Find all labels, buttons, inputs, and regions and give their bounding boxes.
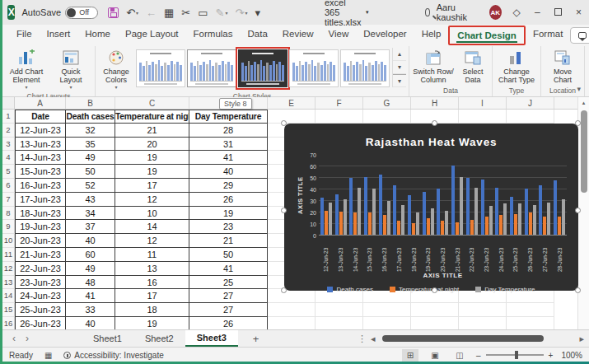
move-chart-button[interactable]: Move Chart — [544, 48, 582, 85]
cell[interactable]: 23-Jun-23 — [15, 276, 66, 290]
cell[interactable] — [268, 303, 316, 317]
close-button[interactable]: × — [573, 7, 584, 18]
cell[interactable]: 19 — [115, 151, 189, 165]
cell[interactable] — [316, 303, 363, 317]
cell[interactable]: 10 — [115, 207, 189, 221]
cell[interactable] — [507, 110, 554, 124]
cell[interactable]: 17-Jun-23 — [15, 193, 66, 207]
column-header-I[interactable]: I — [459, 97, 507, 109]
row-header-16[interactable]: 16 — [2, 317, 15, 329]
cell[interactable]: 13-Jun-23 — [15, 138, 66, 152]
selection-handle[interactable] — [281, 208, 287, 213]
sheet-tab-sheet2[interactable]: Sheet2 — [133, 330, 185, 347]
row-header-7[interactable]: 7 — [2, 193, 15, 207]
selection-handle[interactable] — [575, 287, 581, 293]
column-header-J[interactable]: J — [507, 97, 554, 109]
row-header-12[interactable]: 12 — [2, 262, 15, 276]
tab-view[interactable]: View — [321, 26, 357, 45]
copy-button[interactable]: ▦ — [164, 7, 174, 19]
cell[interactable]: 25-Jun-23 — [15, 303, 66, 317]
cell[interactable] — [316, 110, 363, 124]
change-colors-button[interactable]: Change Colors▾ — [98, 48, 134, 91]
cell[interactable]: Temperature at night — [115, 110, 189, 124]
style-thumbnail-3[interactable] — [238, 49, 287, 87]
autosave-toggle[interactable]: AutoSave Off — [21, 7, 98, 19]
row-header-4[interactable]: 4 — [2, 151, 15, 165]
cell[interactable]: 32 — [66, 124, 115, 138]
row-header-14[interactable]: 14 — [2, 289, 15, 303]
cell[interactable] — [459, 303, 507, 317]
cell[interactable]: 41 — [189, 151, 268, 165]
cell[interactable]: 60 — [66, 248, 115, 262]
tab-format[interactable]: Format — [526, 26, 570, 45]
cell[interactable]: 27 — [189, 289, 268, 303]
zoom-out-button[interactable]: – — [476, 351, 481, 360]
cell[interactable]: 12 — [115, 234, 189, 248]
cell[interactable]: 52 — [66, 179, 115, 193]
save-button[interactable] — [108, 7, 119, 18]
cell[interactable]: 23 — [189, 220, 268, 234]
cell[interactable]: 17 — [115, 179, 189, 193]
document-title[interactable]: excel 365 titles.xlsx ▾ — [325, 0, 369, 27]
selection-handle[interactable] — [575, 208, 581, 213]
column-header-G[interactable]: G — [363, 97, 411, 109]
vertical-scroll-thumb[interactable] — [581, 110, 587, 193]
macro-record-icon[interactable]: ▦ — [44, 351, 52, 360]
avatar[interactable]: AK — [489, 5, 502, 20]
cell[interactable]: 21-Jun-23 — [15, 248, 66, 262]
gallery-expand-button[interactable]: ▾ — [393, 74, 406, 87]
maximize-button[interactable] — [553, 7, 563, 18]
cell[interactable]: Day Temperature — [189, 110, 268, 124]
tab-page-layout[interactable]: Page Layout — [118, 26, 186, 45]
row-header-9[interactable]: 9 — [2, 220, 15, 234]
cell[interactable]: 16 — [115, 276, 189, 290]
cell[interactable]: 27 — [189, 303, 268, 317]
more-options-icon[interactable]: ⋮ — [358, 334, 367, 344]
cell[interactable]: 41 — [66, 289, 115, 303]
cell[interactable]: 40 — [66, 234, 115, 248]
cell[interactable]: 12 — [115, 193, 189, 207]
cell[interactable]: Death cases — [66, 110, 115, 124]
tab-review[interactable]: Review — [275, 26, 321, 45]
gallery-down-button[interactable]: ▾ — [393, 61, 406, 74]
tab-file[interactable]: File — [9, 26, 40, 45]
search-icon[interactable] — [425, 8, 430, 16]
zoom-slider[interactable]: – + — [476, 351, 553, 360]
select-all-corner[interactable] — [2, 97, 15, 109]
tab-data[interactable]: Data — [241, 26, 275, 45]
cell[interactable]: 16-Jun-23 — [15, 179, 66, 193]
cell[interactable]: 50 — [66, 165, 115, 179]
select-data-button[interactable]: Select Data — [456, 48, 489, 85]
redo-button[interactable]: ↷▾ — [235, 7, 247, 19]
cell[interactable] — [459, 317, 507, 329]
row-header-15[interactable]: 15 — [2, 303, 15, 317]
cell[interactable]: 31 — [189, 138, 268, 152]
sheet-tab-sheet3[interactable]: Sheet3 — [185, 330, 238, 347]
column-header-F[interactable]: F — [316, 97, 363, 109]
cell[interactable]: Date — [15, 110, 66, 124]
style-thumbnail-1[interactable] — [136, 49, 185, 87]
page-break-view-button[interactable]: ◫ — [451, 349, 468, 362]
gallery-up-button[interactable]: ▴ — [393, 48, 406, 61]
cell[interactable]: 33 — [66, 303, 115, 317]
cell[interactable]: 50 — [189, 248, 268, 262]
tab-help[interactable]: Help — [414, 26, 449, 45]
cell[interactable]: 49 — [66, 262, 115, 276]
feedback-diamond-icon[interactable]: ◇ — [512, 7, 522, 18]
cell[interactable]: 13 — [115, 262, 189, 276]
row-header-8[interactable]: 8 — [2, 207, 15, 221]
zoom-in-button[interactable]: + — [549, 351, 554, 360]
row-header-13[interactable]: 13 — [2, 276, 15, 290]
cell[interactable]: 14 — [115, 220, 189, 234]
selection-handle[interactable] — [281, 287, 287, 293]
cell[interactable]: 35 — [66, 138, 115, 152]
excel-logo-icon[interactable]: X — [7, 5, 15, 20]
cell[interactable] — [507, 303, 554, 317]
cell[interactable]: 26-Jun-23 — [15, 317, 66, 329]
cell[interactable] — [363, 317, 411, 329]
column-header-C[interactable]: C — [115, 97, 189, 109]
undo-button[interactable]: ↶▾ — [126, 7, 138, 19]
accessibility-status[interactable]: Accessibility: Investigate — [63, 351, 163, 360]
tab-formulas[interactable]: Formulas — [186, 26, 241, 45]
cell[interactable]: 19 — [115, 165, 189, 179]
